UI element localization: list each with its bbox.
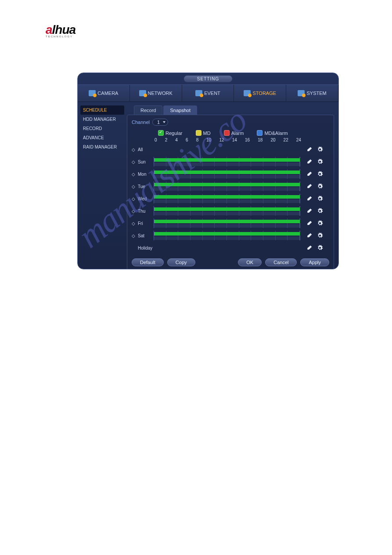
day-label: Mon (136, 172, 154, 177)
schedule-row-fri: ◇ Fri (132, 217, 329, 229)
gear-icon[interactable] (317, 159, 323, 165)
apply-button[interactable]: Apply (300, 258, 329, 266)
eraser-icon[interactable] (306, 232, 313, 239)
timeline-bar[interactable] (154, 145, 300, 154)
titlebar: SETTING (78, 73, 338, 84)
gear-icon[interactable] (317, 220, 323, 226)
day-label: Holiday (136, 246, 154, 250)
sidebar-item-record[interactable]: RECORD (80, 124, 124, 133)
cancel-button[interactable]: Cancel (265, 258, 297, 266)
schedule-row-tue: ◇ Tue (132, 180, 329, 192)
day-label: Sun (136, 160, 154, 164)
tab-record[interactable]: Record (134, 105, 162, 115)
tab-snapshot[interactable]: Snapshot (163, 105, 197, 115)
eraser-icon[interactable] (306, 171, 313, 177)
network-icon (139, 90, 146, 96)
schedule-row-all: ◇ All (132, 143, 329, 156)
nav-network[interactable]: NETWORK (130, 85, 182, 102)
camera-icon (89, 90, 96, 96)
link-toggle[interactable]: ◇ (132, 172, 136, 177)
checkbox-mdalarm-icon (257, 130, 263, 136)
link-toggle[interactable]: ◇ (132, 221, 136, 226)
link-toggle[interactable]: ◇ (132, 160, 136, 164)
eraser-icon[interactable] (306, 159, 313, 165)
brand-logo: alhua TECHNOLOGY (46, 23, 76, 38)
schedule-row-mon: ◇ Mon (132, 168, 329, 180)
timeline-bar[interactable] (154, 194, 300, 203)
checkbox-md-icon (196, 130, 201, 136)
nav-storage[interactable]: STORAGE (234, 85, 286, 102)
app-window: SETTING CAMERA NETWORK EVENT STORAGE SYS… (77, 73, 339, 269)
gear-icon[interactable] (317, 171, 323, 177)
sidebar-item-raid-manager[interactable]: RAID MANAGER (80, 142, 124, 152)
day-label: Tue (136, 184, 154, 189)
link-toggle[interactable]: ◇ (132, 196, 136, 201)
tabs: Record Snapshot (134, 105, 334, 115)
legend-regular[interactable]: Regular (158, 130, 183, 136)
timeline-bar[interactable] (154, 243, 300, 253)
legend: Regular MD Alarm MD&Alarm (158, 130, 329, 136)
eraser-icon[interactable] (306, 183, 313, 189)
gear-icon[interactable] (317, 232, 323, 239)
channel-select[interactable]: 1 (152, 119, 168, 126)
window-title: SETTING (184, 76, 232, 82)
timeline-bar[interactable] (154, 206, 300, 216)
schedule-row-holiday: Holiday (132, 242, 329, 254)
ok-button[interactable]: OK (238, 258, 262, 266)
schedule-row-sat: ◇ Sat (132, 229, 329, 242)
button-row: Default Copy OK Cancel Apply (132, 258, 329, 266)
nav-event[interactable]: EVENT (182, 85, 234, 102)
timeline-bar[interactable] (154, 218, 300, 228)
eraser-icon[interactable] (306, 146, 313, 152)
timeline-bar[interactable] (154, 157, 300, 167)
sidebar-item-schedule[interactable]: SCHEDULE (80, 105, 124, 115)
sidebar: SCHEDULE HDD MANAGER RECORD ADVANCE RAID… (78, 102, 127, 269)
link-toggle[interactable]: ◇ (132, 147, 136, 152)
sidebar-item-hdd-manager[interactable]: HDD MANAGER (80, 115, 124, 124)
eraser-icon[interactable] (306, 220, 313, 226)
schedule-row-sun: ◇ Sun (132, 156, 329, 168)
timeline-bar[interactable] (154, 181, 300, 191)
legend-md[interactable]: MD (196, 130, 211, 136)
sidebar-item-advance[interactable]: ADVANCE (80, 133, 124, 142)
storage-icon (244, 90, 251, 96)
timeline-bar[interactable] (154, 231, 300, 240)
gear-icon[interactable] (317, 183, 323, 189)
eraser-icon[interactable] (306, 208, 313, 214)
main-panel: Record Snapshot Channel 1 Regular MD Ala… (127, 102, 338, 269)
checkbox-regular-icon (158, 130, 164, 136)
time-axis: 024681012141618202224 (155, 138, 301, 142)
eraser-icon[interactable] (306, 196, 313, 202)
day-label: Fri (136, 221, 154, 226)
nav-system[interactable]: SYSTEM (286, 85, 338, 102)
schedule-row-wed: ◇ Wed (132, 192, 329, 205)
link-toggle[interactable]: ◇ (132, 209, 136, 214)
gear-icon[interactable] (317, 146, 323, 152)
schedule-panel: Channel 1 Regular MD Alarm MD&Alarm 0246… (127, 115, 334, 269)
legend-alarm[interactable]: Alarm (224, 130, 244, 136)
day-label: Wed (136, 196, 154, 201)
top-nav: CAMERA NETWORK EVENT STORAGE SYSTEM (78, 84, 338, 102)
channel-label: Channel (132, 120, 150, 125)
system-icon (298, 90, 305, 96)
schedule-row-thu: ◇ Thu (132, 205, 329, 217)
link-toggle[interactable]: ◇ (132, 233, 136, 238)
link-toggle[interactable]: ◇ (132, 184, 136, 189)
day-label: Thu (136, 209, 154, 214)
gear-icon[interactable] (317, 245, 323, 251)
eraser-icon[interactable] (306, 245, 313, 251)
gear-icon[interactable] (317, 196, 323, 202)
copy-button[interactable]: Copy (167, 258, 195, 266)
legend-mdalarm[interactable]: MD&Alarm (257, 130, 288, 136)
timeline-bar[interactable] (154, 169, 300, 179)
checkbox-alarm-icon (224, 130, 230, 136)
default-button[interactable]: Default (132, 258, 164, 266)
day-label: Sat (136, 233, 154, 238)
event-icon (195, 90, 202, 96)
gear-icon[interactable] (317, 208, 323, 214)
day-label: All (136, 147, 154, 152)
nav-camera[interactable]: CAMERA (78, 85, 130, 102)
